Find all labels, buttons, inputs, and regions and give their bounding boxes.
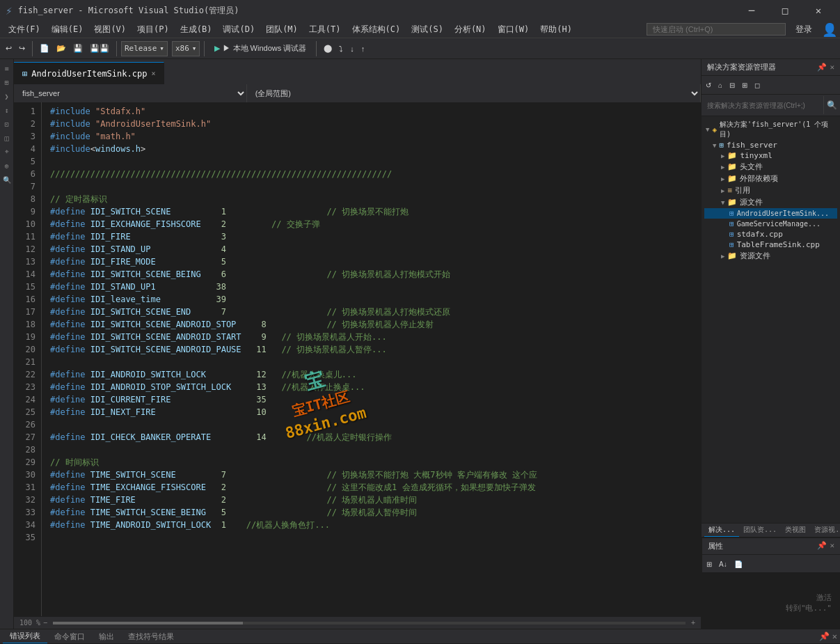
- props-pages-button[interactable]: 📄: [731, 556, 745, 572]
- horizontal-scrollbar[interactable]: [53, 622, 686, 625]
- undo-button[interactable]: ↩: [3, 41, 15, 56]
- menu-view[interactable]: 视图(V): [88, 22, 132, 37]
- step-over-button[interactable]: ⤵: [336, 41, 346, 56]
- menu-project[interactable]: 项目(P): [132, 22, 175, 37]
- tree-headers[interactable]: ▶ 📁 头文件: [704, 161, 837, 173]
- tree-ref[interactable]: ▶ ≡ 引用: [704, 184, 837, 196]
- tree-tinyxml[interactable]: ▶ 📁 tinyxml: [704, 150, 837, 161]
- tree-game-service[interactable]: ⊞ GameServiceManage...: [704, 219, 837, 229]
- sidebar-icon-4[interactable]: ↕: [1, 104, 13, 116]
- props-title: 属性: [708, 541, 723, 551]
- menu-team[interactable]: 团队(M): [260, 22, 303, 37]
- sidebar-icon-3[interactable]: ❯: [1, 90, 13, 102]
- tree-project[interactable]: ▼ ⊞ fish_server: [704, 140, 837, 150]
- menu-tools[interactable]: 工具(T): [303, 22, 347, 37]
- se-bottom-tabs: 解决... 团队资... 类视图 资源视...: [702, 523, 840, 537]
- code-content[interactable]: #include "Stdafx.h" #include "AndroidUse…: [42, 102, 701, 616]
- se-tab-solution[interactable]: 解决...: [704, 524, 739, 537]
- headers-arrow-icon: ▶: [721, 164, 724, 171]
- se-show-all-button[interactable]: ◻: [752, 77, 763, 93]
- tree-table-frame[interactable]: ⊞ TableFrameSink.cpp: [704, 239, 837, 250]
- game-service-label: GameServiceManage...: [737, 220, 821, 228]
- zoom-decrease-button[interactable]: −: [43, 619, 47, 627]
- se-collapse-button[interactable]: ⊟: [727, 77, 738, 93]
- bottom-area: 错误列表 命令窗口 输出 查找符号结果 📌 ✕ 整个解决方案 ▾ ✕ 错误 0 …: [0, 629, 840, 644]
- open-button[interactable]: 📂: [54, 41, 69, 56]
- props-alpha-button[interactable]: A↓: [716, 556, 730, 572]
- cpp-icon-2: ⊞: [729, 219, 734, 228]
- cpp-icon-3: ⊞: [729, 230, 734, 239]
- bottom-pin-button[interactable]: 📌: [819, 631, 830, 641]
- tree-sources[interactable]: ▼ 📁 源文件: [704, 196, 837, 208]
- file-selector[interactable]: fish_server: [14, 84, 247, 102]
- menu-edit[interactable]: 编辑(E): [46, 22, 89, 37]
- sidebar-icon-2[interactable]: ⊞: [1, 76, 13, 88]
- menu-file[interactable]: 文件(F): [3, 22, 46, 37]
- se-tab-team[interactable]: 团队资...: [739, 524, 781, 537]
- cpp-icon-4: ⊞: [729, 240, 734, 249]
- menu-analyze[interactable]: 分析(N): [449, 22, 492, 37]
- menu-test[interactable]: 测试(S): [406, 22, 449, 37]
- se-tab-resource[interactable]: 资源视...: [810, 524, 840, 537]
- quick-launch-input[interactable]: [647, 23, 786, 36]
- separator-1: [32, 41, 33, 56]
- sidebar-icon-1[interactable]: ≡: [1, 62, 13, 74]
- tree-stdafx[interactable]: ⊞ stdafx.cpp: [704, 229, 837, 239]
- se-search-input[interactable]: [704, 96, 824, 114]
- save-all-button[interactable]: 💾💾: [87, 41, 112, 56]
- tree-solution[interactable]: ▼ ◈ 解决方案'fish_server'(1 个项目): [704, 119, 837, 140]
- login-button[interactable]: 登录: [791, 22, 816, 37]
- se-pin-button[interactable]: 📌: [817, 63, 827, 72]
- menu-build[interactable]: 生成(B): [175, 22, 218, 37]
- se-properties-button[interactable]: ⊞: [739, 77, 750, 93]
- tree-android-sink[interactable]: ⊞ AndroidUserItemSink...: [704, 208, 837, 219]
- props-close-button[interactable]: ✕: [830, 541, 834, 551]
- code-editor[interactable]: 12345 678910 1112131415 1617181920 21222…: [14, 102, 701, 616]
- save-button[interactable]: 💾: [70, 41, 86, 56]
- breakpoint-button[interactable]: ⬤: [321, 41, 335, 56]
- redo-button[interactable]: ↪: [16, 41, 28, 56]
- se-search-icon[interactable]: 🔍: [827, 100, 837, 110]
- tree-resources[interactable]: ▶ 📁 资源文件: [704, 250, 837, 262]
- sidebar-icon-8[interactable]: ⊕: [1, 159, 13, 172]
- properties-panel: 属性 📌 ✕ ⊞ A↓ 📄: [702, 537, 840, 629]
- tab-output[interactable]: 输出: [92, 630, 121, 643]
- menu-window[interactable]: 窗口(W): [492, 22, 535, 37]
- step-out-button[interactable]: ↑: [358, 41, 368, 56]
- tab-close-button[interactable]: ×: [151, 70, 155, 77]
- close-button[interactable]: ✕: [802, 0, 834, 21]
- se-tab-class[interactable]: 类视图: [781, 524, 810, 537]
- step-into-button[interactable]: ↓: [347, 41, 357, 56]
- bottom-close-button[interactable]: ✕: [832, 631, 837, 641]
- sidebar-icon-9[interactable]: 🔍: [1, 173, 13, 186]
- active-tab[interactable]: ⊞ AndroidUserItemSink.cpp ×: [14, 62, 164, 84]
- menu-debug[interactable]: 调试(D): [217, 22, 260, 37]
- external-arrow-icon: ▶: [721, 175, 724, 182]
- se-sync-button[interactable]: ↺: [703, 77, 714, 93]
- zoom-increase-button[interactable]: +: [691, 619, 695, 627]
- tab-find-symbol[interactable]: 查找符号结果: [121, 630, 181, 643]
- tinyxml-label: tinyxml: [740, 151, 772, 160]
- se-close-button[interactable]: ✕: [830, 63, 834, 72]
- tab-command[interactable]: 命令窗口: [47, 630, 92, 643]
- platform-dropdown[interactable]: x86 ▾: [172, 41, 200, 56]
- se-toolbar: ↺ ⌂ ⊟ ⊞ ◻: [702, 76, 840, 95]
- tree-external[interactable]: ▶ 📁 外部依赖项: [704, 173, 837, 184]
- props-category-button[interactable]: ⊞: [704, 556, 715, 572]
- sidebar-icon-6[interactable]: ◫: [1, 132, 13, 144]
- configuration-dropdown[interactable]: Release ▾: [121, 41, 168, 56]
- run-debugger-button[interactable]: ▶ ▶ 本地 Windows 调试器: [209, 41, 312, 56]
- minimize-button[interactable]: ─: [736, 0, 768, 21]
- restore-button[interactable]: □: [769, 0, 801, 21]
- sidebar-icon-7[interactable]: ⌖: [1, 146, 13, 158]
- tab-error-list[interactable]: 错误列表: [3, 629, 47, 643]
- scope-selector[interactable]: (全局范围): [247, 84, 701, 102]
- resources-label: 资源文件: [740, 251, 770, 261]
- cpp-icon: ⊞: [729, 209, 734, 218]
- new-button[interactable]: 📄: [37, 41, 52, 56]
- se-home-button[interactable]: ⌂: [715, 77, 725, 93]
- sidebar-icon-5[interactable]: ⊡: [1, 118, 13, 130]
- props-pin-button[interactable]: 📌: [817, 541, 827, 551]
- menu-help[interactable]: 帮助(H): [534, 22, 578, 37]
- menu-arch[interactable]: 体系结构(C): [347, 22, 406, 37]
